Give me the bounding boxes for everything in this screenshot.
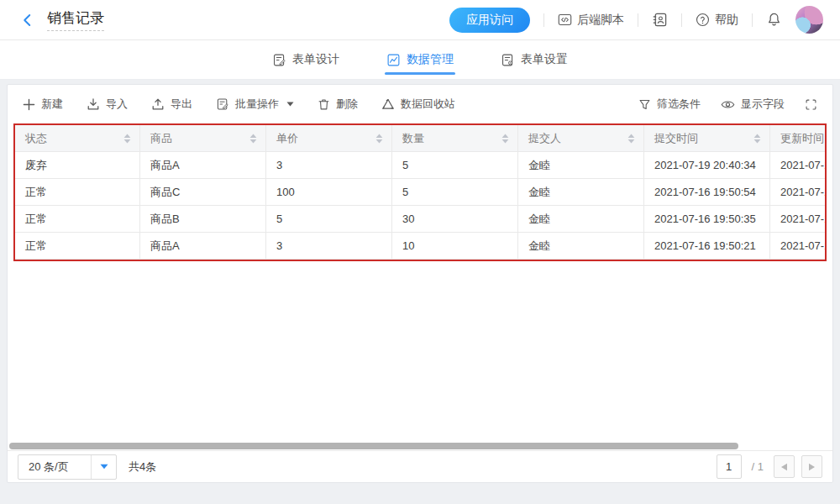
trash-icon [318, 97, 330, 111]
table-cell[interactable]: 5 [392, 179, 518, 206]
plus-icon [23, 98, 35, 111]
column-header[interactable]: 提交时间 [644, 125, 770, 152]
export-button[interactable]: 导出 [151, 97, 192, 112]
table-cell[interactable]: 金睦 [518, 233, 644, 260]
column-header[interactable]: 单价 [266, 125, 392, 152]
table-cell[interactable]: 金睦 [518, 152, 644, 179]
table-cell[interactable]: 3 [266, 152, 392, 179]
table-cell[interactable]: 金睦 [518, 206, 644, 233]
tab-form-design[interactable]: 表单设计 [272, 40, 339, 79]
help-button[interactable]: 帮助 [696, 13, 738, 28]
sort-icon[interactable] [753, 134, 761, 144]
total-pages: / 1 [752, 460, 764, 473]
scrollbar-thumb[interactable] [9, 443, 738, 449]
chart-icon [386, 53, 401, 67]
table-row[interactable]: 正常商品A310金睦2021-07-16 19:50:212021-07-19 [15, 233, 827, 260]
delete-button[interactable]: 删除 [318, 97, 358, 112]
total-count: 共4条 [129, 459, 156, 475]
import-label: 导入 [106, 97, 128, 112]
app-access-button[interactable]: 应用访问 [449, 8, 530, 33]
next-page-button[interactable] [801, 455, 822, 478]
data-table-region: 状态商品单价数量提交人提交时间更新时间 废弃商品A35金睦2021-07-19 … [13, 123, 827, 261]
table-cell[interactable]: 30 [392, 206, 518, 233]
table-cell[interactable]: 商品A [140, 233, 266, 260]
sort-icon[interactable] [627, 134, 635, 144]
display-fields-button[interactable]: 显示字段 [721, 97, 785, 112]
recycle-bin-button[interactable]: 数据回收站 [381, 97, 455, 112]
filter-button[interactable]: 筛选条件 [638, 97, 701, 112]
column-header-label: 提交人 [528, 131, 561, 146]
table-cell[interactable]: 商品C [140, 179, 266, 206]
delete-label: 删除 [336, 97, 358, 112]
column-header-label: 更新时间 [780, 131, 824, 146]
page-size-select[interactable]: 20 条/页 [18, 454, 117, 480]
notification-bell-icon[interactable] [766, 12, 782, 28]
sort-icon[interactable] [123, 134, 131, 144]
back-button[interactable] [20, 13, 35, 28]
contacts-button[interactable] [652, 12, 668, 28]
new-record-button[interactable]: 新建 [23, 97, 63, 112]
import-button[interactable]: 导入 [87, 97, 128, 112]
tab-data-management[interactable]: 数据管理 [386, 40, 454, 79]
column-header[interactable]: 商品 [140, 125, 266, 152]
funnel-icon [638, 98, 651, 111]
data-table: 状态商品单价数量提交人提交时间更新时间 废弃商品A35金睦2021-07-19 … [15, 125, 827, 260]
tab-label: 表单设置 [521, 52, 568, 67]
column-header[interactable]: 状态 [15, 125, 140, 152]
column-header[interactable]: 提交人 [518, 125, 644, 152]
chevron-left-icon [20, 13, 35, 28]
tab-form-settings[interactable]: 表单设置 [501, 40, 568, 79]
table-cell[interactable]: 2021-07-19 [770, 206, 827, 233]
table-cell[interactable]: 金睦 [518, 179, 644, 206]
horizontal-scrollbar[interactable] [9, 442, 831, 450]
table-row[interactable]: 废弃商品A35金睦2021-07-19 20:40:342021-07-19 [15, 152, 827, 179]
table-cell[interactable]: 5 [266, 206, 392, 233]
table-cell[interactable]: 2021-07-19 20:40:34 [644, 152, 770, 179]
tab-label: 数据管理 [407, 52, 454, 67]
table-row[interactable]: 正常商品C1005金睦2021-07-16 19:50:542021-07-19 [15, 179, 827, 206]
export-icon [151, 97, 165, 111]
table-cell[interactable]: 2021-07-19 [770, 179, 827, 206]
table-cell[interactable]: 2021-07-19 [770, 233, 827, 260]
page-title[interactable]: 销售记录 [47, 8, 104, 31]
export-label: 导出 [171, 97, 192, 112]
sort-icon[interactable] [375, 134, 383, 144]
table-cell[interactable]: 10 [392, 233, 518, 260]
data-panel: 新建 导入 导出 批量操作 [7, 84, 833, 483]
table-body: 废弃商品A35金睦2021-07-19 20:40:342021-07-19正常… [15, 152, 827, 260]
select-caret-area[interactable] [91, 455, 116, 479]
table-cell[interactable]: 商品A [140, 152, 266, 179]
table-cell[interactable]: 正常 [15, 206, 140, 233]
table-cell[interactable]: 2021-07-16 19:50:54 [644, 179, 770, 206]
table-cell[interactable]: 2021-07-16 19:50:21 [644, 233, 770, 260]
table-cell[interactable]: 正常 [15, 233, 140, 260]
table-cell[interactable]: 100 [266, 179, 392, 206]
table-cell[interactable]: 2021-07-19 [770, 152, 827, 179]
backend-script-button[interactable]: 后端脚本 [558, 13, 624, 28]
page-size-value: 20 条/页 [18, 459, 91, 475]
table-cell[interactable]: 5 [392, 152, 518, 179]
table-cell[interactable]: 3 [266, 233, 392, 260]
column-header[interactable]: 更新时间 [770, 125, 827, 152]
display-fields-label: 显示字段 [741, 97, 785, 112]
sort-icon[interactable] [249, 134, 257, 144]
page-number-input[interactable] [717, 454, 742, 479]
table-row[interactable]: 正常商品B530金睦2021-07-16 19:50:352021-07-19 [15, 206, 827, 233]
fullscreen-button[interactable] [805, 98, 817, 111]
question-circle-icon [696, 13, 710, 27]
table-cell[interactable]: 商品B [140, 206, 266, 233]
table-cell[interactable]: 正常 [15, 179, 140, 206]
table-cell[interactable]: 2021-07-16 19:50:35 [644, 206, 770, 233]
user-avatar[interactable] [795, 6, 823, 34]
table-cell[interactable]: 废弃 [15, 152, 140, 179]
sort-icon[interactable] [501, 134, 509, 144]
column-header-label: 数量 [402, 131, 424, 146]
column-header-label: 单价 [276, 131, 298, 146]
table-header-row: 状态商品单价数量提交人提交时间更新时间 [15, 125, 827, 152]
prev-page-button[interactable] [774, 455, 795, 478]
column-header[interactable]: 数量 [392, 125, 518, 152]
help-label: 帮助 [715, 13, 738, 28]
column-header-label: 状态 [25, 131, 47, 146]
doc-gear-icon [501, 53, 515, 67]
batch-operations-button[interactable]: 批量操作 [216, 97, 294, 112]
